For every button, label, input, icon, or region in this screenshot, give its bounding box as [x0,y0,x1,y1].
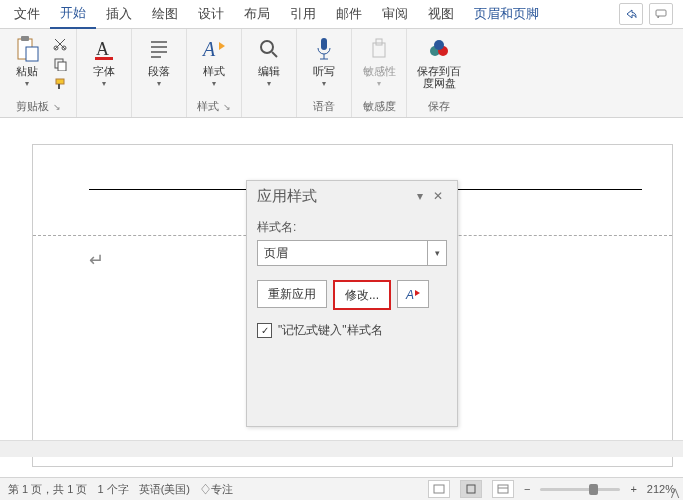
sensitivity-button[interactable]: 敏感性 ▾ [358,31,400,88]
page-count[interactable]: 第 1 页，共 1 页 [8,482,87,497]
chevron-down-icon: ▾ [157,79,161,88]
close-icon[interactable]: ✕ [429,189,447,203]
styles-icon: A [200,35,228,63]
sensitivity-icon [365,35,393,63]
copy-button[interactable] [50,55,70,73]
svg-rect-21 [467,485,475,493]
microphone-icon [310,35,338,63]
svg-text:A: A [201,38,216,60]
ribbon-tabs: 文件 开始 插入 绘图 设计 布局 引用 邮件 审阅 视图 页眉和页脚 [0,0,683,29]
group-font: A 字体 ▾ [77,29,132,117]
svg-rect-13 [321,38,327,50]
group-sensitivity: 敏感性 ▾ 敏感度 [352,29,407,117]
zoom-out-button[interactable]: − [524,483,530,495]
pane-options-icon[interactable]: ▾ [411,189,429,203]
svg-rect-2 [21,36,29,41]
autocomplete-checkbox[interactable]: ✓ "记忆式键入"样式名 [257,322,447,339]
chevron-down-icon: ▾ [377,79,381,88]
focus-mode[interactable]: ♢专注 [200,482,233,497]
styles-pane-button[interactable]: A [397,280,429,308]
font-icon: A [90,35,118,63]
svg-rect-10 [95,57,113,60]
styles-button[interactable]: A 样式 ▾ [193,31,235,88]
share-button[interactable] [619,3,643,25]
dialog-launcher-icon[interactable]: ↘ [223,102,231,112]
collapse-ribbon-icon[interactable]: ⋀ [671,487,679,498]
chevron-down-icon: ▾ [212,79,216,88]
group-save: 保存到百度网盘 保存 [407,29,471,117]
search-icon [255,35,283,63]
comments-button[interactable] [649,3,673,25]
tab-insert[interactable]: 插入 [96,0,142,28]
language[interactable]: 英语(美国) [139,482,190,497]
svg-point-18 [434,40,444,50]
pane-title: 应用样式 [257,187,317,206]
paste-button[interactable]: 粘贴 ▾ [6,31,48,88]
checkbox-label: "记忆式键入"样式名 [278,322,383,339]
format-painter-button[interactable] [50,75,70,93]
reapply-button[interactable]: 重新应用 [257,280,327,308]
group-label: 样式 [197,99,219,114]
view-web-icon[interactable] [492,480,514,498]
paragraph-button[interactable]: 段落 ▾ [138,31,180,88]
view-print-icon[interactable] [460,480,482,498]
document-area[interactable]: ↵ 应用样式 ▾ ✕ 样式名: 页眉 ▾ 重新应用 修改... A ✓ "记忆式… [0,118,683,477]
paragraph-mark-icon: ↵ [89,249,104,271]
tab-view[interactable]: 视图 [418,0,464,28]
dictate-button[interactable]: 听写 ▾ [303,31,345,88]
group-label: 剪贴板 [16,99,49,114]
zoom-slider[interactable] [540,488,620,491]
view-read-icon[interactable] [428,480,450,498]
style-name-value: 页眉 [258,241,427,265]
tab-home[interactable]: 开始 [50,0,96,29]
chevron-down-icon: ▾ [322,79,326,88]
tab-draw[interactable]: 绘图 [142,0,188,28]
style-name-combo[interactable]: 页眉 ▾ [257,240,447,266]
group-label: 语音 [313,99,335,114]
editing-button[interactable]: 编辑 ▾ [248,31,290,88]
chevron-down-icon: ▾ [267,79,271,88]
group-editing: 编辑 ▾ [242,29,297,117]
group-styles: A 样式 ▾ 样式↘ [187,29,242,117]
tab-design[interactable]: 设计 [188,0,234,28]
dialog-launcher-icon[interactable]: ↘ [53,102,61,112]
tab-header-footer[interactable]: 页眉和页脚 [464,0,549,28]
svg-rect-7 [58,62,66,71]
svg-rect-0 [656,10,666,16]
tab-review[interactable]: 审阅 [372,0,418,28]
group-label: 保存 [428,99,450,114]
group-clipboard: 粘贴 ▾ 剪贴板↘ [0,29,77,117]
svg-rect-22 [498,485,508,493]
tab-file[interactable]: 文件 [4,0,50,28]
svg-rect-8 [56,79,64,84]
svg-text:A: A [96,39,109,59]
modify-button[interactable]: 修改... [333,280,391,310]
tab-mailings[interactable]: 邮件 [326,0,372,28]
svg-point-12 [261,41,273,53]
tab-references[interactable]: 引用 [280,0,326,28]
chevron-down-icon[interactable]: ▾ [427,241,446,265]
cut-button[interactable] [50,35,70,53]
checkbox-checked-icon: ✓ [257,323,272,338]
horizontal-scrollbar[interactable] [0,440,683,457]
status-bar: 第 1 页，共 1 页 1 个字 英语(美国) ♢专注 − + 212% [0,477,683,500]
chevron-down-icon: ▾ [102,79,106,88]
word-count[interactable]: 1 个字 [97,482,128,497]
group-voice: 听写 ▾ 语音 [297,29,352,117]
paste-icon [13,35,41,63]
zoom-in-button[interactable]: + [630,483,636,495]
svg-rect-15 [376,39,382,45]
style-name-label: 样式名: [257,219,447,236]
paragraph-icon [145,35,173,63]
zoom-thumb[interactable] [589,484,598,495]
group-label: 敏感度 [363,99,396,114]
chevron-down-icon: ▾ [25,79,29,88]
apply-styles-pane: 应用样式 ▾ ✕ 样式名: 页眉 ▾ 重新应用 修改... A ✓ "记忆式键入… [246,180,458,427]
font-button[interactable]: A 字体 ▾ [83,31,125,88]
svg-rect-3 [26,47,38,61]
group-paragraph: 段落 ▾ [132,29,187,117]
svg-rect-20 [434,485,444,493]
svg-text:A: A [405,288,414,301]
save-baidu-button[interactable]: 保存到百度网盘 [413,31,465,89]
tab-layout[interactable]: 布局 [234,0,280,28]
